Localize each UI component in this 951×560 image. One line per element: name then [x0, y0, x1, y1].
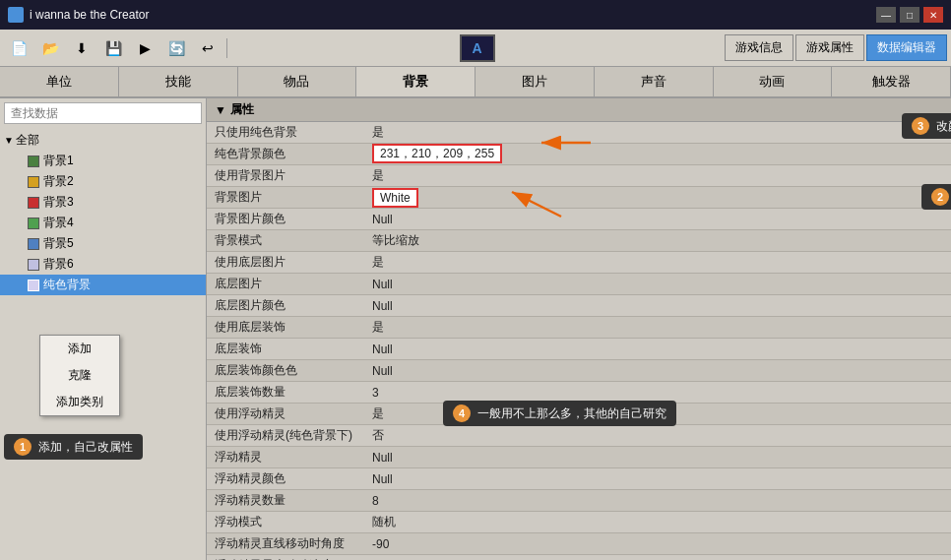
- annotation-4-label: 4 一般用不上那么多，其他的自己研究: [443, 401, 676, 426]
- prop-name-16: 浮动精灵颜色: [207, 468, 364, 490]
- properties-collapse-arrow[interactable]: ▼: [215, 103, 226, 117]
- tree-item-1[interactable]: 背景1: [0, 151, 206, 171]
- tree-item-7[interactable]: 纯色背景: [0, 275, 206, 295]
- window-controls: — □ ✕: [876, 7, 943, 23]
- tab-sound[interactable]: 声音: [595, 67, 714, 96]
- prop-value-19: -90: [364, 533, 951, 555]
- tab-animation[interactable]: 动画: [714, 67, 833, 96]
- prop-value-9: 是: [364, 317, 951, 339]
- prop-value-16: Null: [364, 468, 951, 490]
- prop-name-3: 背景图片: [207, 187, 364, 209]
- context-add[interactable]: 添加: [40, 336, 119, 362]
- prop-row-11: 底层装饰颜色色Null: [207, 360, 951, 382]
- prop-row-4: 背景图片颜色Null: [207, 209, 951, 230]
- sidebar: ▼全部背景1背景2背景3背景4背景5背景6纯色背景 添加 克隆 添加类别 1 添…: [0, 98, 207, 560]
- titlebar: i wanna be the Creator — □ ✕: [0, 0, 951, 30]
- prop-row-18: 浮动模式随机: [207, 512, 951, 533]
- tree-item-4[interactable]: 背景4: [0, 213, 206, 233]
- prop-row-8: 底层图片颜色Null: [207, 295, 951, 317]
- prop-name-2: 使用背景图片: [207, 165, 364, 187]
- tree-label-1: 背景1: [43, 153, 74, 169]
- prop-name-19: 浮动精灵直线移动时角度: [207, 533, 364, 555]
- search-box: [0, 98, 206, 128]
- game-info-button[interactable]: 游戏信息: [725, 34, 793, 61]
- prop-value-18: 随机: [364, 512, 951, 533]
- prop-row-15: 浮动精灵Null: [207, 447, 951, 468]
- properties-table: 只使用纯色背景是纯色背景颜色231，210，209，255使用背景图片是背景图片…: [207, 122, 951, 560]
- tree-label-3: 背景3: [43, 194, 74, 211]
- annotation-2-label: 2 改成自己导入的图片: [921, 184, 951, 210]
- context-menu: 添加 克隆 添加类别: [39, 335, 120, 416]
- context-add-category[interactable]: 添加类别: [40, 389, 119, 415]
- tree-item-3[interactable]: 背景3: [0, 192, 206, 213]
- nav-tabs: 单位 技能 物品 背景 图片 声音 动画 触发器: [0, 67, 951, 98]
- prop-name-4: 背景图片颜色: [207, 209, 364, 230]
- prop-row-0: 只使用纯色背景是: [207, 122, 951, 144]
- prop-name-13: 使用浮动精灵: [207, 404, 364, 425]
- prop-row-6: 使用底层图片是: [207, 252, 951, 274]
- titlebar-title: i wanna be the Creator: [30, 8, 876, 22]
- search-input[interactable]: [4, 102, 202, 124]
- toolbar-open[interactable]: 📂: [35, 34, 65, 62]
- close-button[interactable]: ✕: [923, 7, 943, 23]
- prop-value-7: Null: [364, 274, 951, 295]
- toolbar-download[interactable]: ⬇: [67, 34, 96, 62]
- prop-row-16: 浮动精灵颜色Null: [207, 468, 951, 490]
- tree-item-0[interactable]: ▼全部: [0, 130, 206, 151]
- tree-item-6[interactable]: 背景6: [0, 254, 206, 275]
- prop-value-10: Null: [364, 339, 951, 360]
- annotation-3-label: 3 改颜色: [902, 113, 951, 139]
- tab-trigger[interactable]: 触发器: [832, 67, 951, 96]
- annotation-2-num: 2: [931, 188, 949, 206]
- toolbar-undo[interactable]: ↩: [193, 34, 222, 62]
- annotation-4-num: 4: [453, 404, 471, 422]
- toolbar-new[interactable]: 📄: [4, 34, 33, 62]
- prop-row-17: 浮动精灵数量8: [207, 490, 951, 512]
- prop-name-7: 底层图片: [207, 274, 364, 295]
- main-content: ▼全部背景1背景2背景3背景4背景5背景6纯色背景 添加 克隆 添加类别 1 添…: [0, 98, 951, 560]
- app-logo: A: [460, 34, 495, 62]
- annotation-1-num: 1: [14, 438, 32, 456]
- toolbar-separator: [226, 38, 227, 58]
- game-props-button[interactable]: 游戏属性: [795, 34, 864, 61]
- toolbar-play[interactable]: ▶: [130, 34, 159, 62]
- toolbar-save[interactable]: 💾: [98, 34, 128, 62]
- data-editor-button[interactable]: 数据编辑器: [866, 34, 947, 61]
- tab-unit[interactable]: 单位: [0, 67, 119, 96]
- prop-row-20: 浮动精灵最大移动速度0.5: [207, 555, 951, 561]
- toolbar-right-buttons: 游戏信息 游戏属性 数据编辑器: [725, 34, 947, 61]
- prop-row-10: 底层装饰Null: [207, 339, 951, 360]
- prop-row-3: 背景图片White: [207, 187, 951, 209]
- tab-item[interactable]: 物品: [238, 67, 357, 96]
- tab-image[interactable]: 图片: [476, 67, 595, 96]
- toolbar-refresh[interactable]: 🔄: [161, 34, 191, 62]
- tree-label-0: 全部: [16, 132, 39, 149]
- tab-skill[interactable]: 技能: [119, 67, 238, 96]
- prop-value-17: 8: [364, 490, 951, 512]
- prop-value-2: 是: [364, 165, 951, 187]
- tree-label-6: 背景6: [43, 256, 74, 273]
- minimize-button[interactable]: —: [876, 7, 896, 23]
- tree-item-5[interactable]: 背景5: [0, 233, 206, 254]
- prop-value-14: 否: [364, 425, 951, 447]
- prop-name-10: 底层装饰: [207, 339, 364, 360]
- maximize-button[interactable]: □: [900, 7, 919, 23]
- prop-value-3[interactable]: White: [364, 187, 951, 209]
- prop-value-1[interactable]: 231，210，209，255: [364, 144, 951, 165]
- prop-value-5: 等比缩放: [364, 230, 951, 252]
- prop-row-14: 使用浮动精灵(纯色背景下)否: [207, 425, 951, 447]
- prop-name-9: 使用底层装饰: [207, 317, 364, 339]
- context-clone[interactable]: 克隆: [40, 362, 119, 389]
- tree-label-7: 纯色背景: [43, 277, 91, 293]
- prop-name-18: 浮动模式: [207, 512, 364, 533]
- properties-panel: ▼ 属性 只使用纯色背景是纯色背景颜色231，210，209，255使用背景图片…: [207, 98, 951, 560]
- prop-name-15: 浮动精灵: [207, 447, 364, 468]
- prop-row-1: 纯色背景颜色231，210，209，255: [207, 144, 951, 165]
- prop-name-0: 只使用纯色背景: [207, 122, 364, 144]
- tree-item-2[interactable]: 背景2: [0, 171, 206, 192]
- prop-name-17: 浮动精灵数量: [207, 490, 364, 512]
- prop-value-20: 0.5: [364, 555, 951, 561]
- prop-name-5: 背景模式: [207, 230, 364, 252]
- tab-background[interactable]: 背景: [356, 67, 476, 96]
- prop-name-20: 浮动精灵最大移动速度: [207, 555, 364, 561]
